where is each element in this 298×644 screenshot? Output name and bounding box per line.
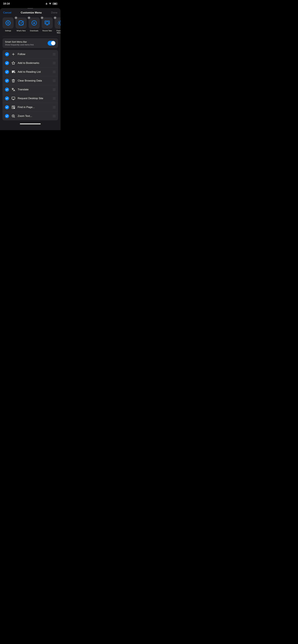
- header: Cancel Customize Menu Done: [0, 9, 61, 16]
- home-indicator: [20, 124, 41, 124]
- translate-icon: [11, 88, 16, 92]
- icon-wrapper-password-manager: [55, 17, 61, 28]
- recent-tabs-icon: [44, 20, 50, 26]
- remove-badge-whats-new[interactable]: [14, 16, 18, 20]
- status-time: 10:14: [3, 2, 10, 5]
- downloads-icon-box: [29, 17, 40, 28]
- check-bookmarks[interactable]: [5, 61, 9, 65]
- drag-handle-find-in-page[interactable]: [53, 106, 56, 108]
- zoom-text-label: Zoom Text...: [18, 114, 51, 118]
- check-icon-translate: [6, 88, 8, 91]
- check-find-in-page[interactable]: [5, 105, 9, 109]
- icon-item-downloads[interactable]: Downloads: [29, 17, 40, 34]
- drag-handle-bookmarks[interactable]: [53, 62, 56, 64]
- svg-rect-18: [12, 97, 15, 99]
- whats-new-icon: [18, 20, 24, 26]
- icon-item-settings[interactable]: Settings: [3, 17, 14, 34]
- reading-list-label: Add to Reading List: [18, 70, 51, 74]
- menu-item-request-desktop-site[interactable]: Request Desktop Site: [3, 94, 58, 103]
- icon-item-whats-new[interactable]: What's New: [16, 17, 27, 34]
- reading-list-icon: [11, 70, 16, 74]
- zoom-text-icon: [11, 114, 16, 118]
- find-in-page-icon: [11, 105, 16, 110]
- svg-rect-6: [46, 22, 49, 24]
- password-manager-label: Password Manager: [55, 30, 61, 34]
- svg-line-27: [14, 117, 15, 118]
- check-translate[interactable]: [5, 88, 9, 92]
- battery-icon: 38: [52, 2, 57, 5]
- translate-svg: [12, 88, 15, 92]
- reading-list-svg: [12, 70, 15, 74]
- icon-item-password-manager[interactable]: Password Manager: [55, 17, 61, 34]
- zoom-text-svg: [12, 114, 15, 118]
- check-icon-clear-browsing: [6, 80, 8, 82]
- svg-marker-12: [12, 62, 15, 64]
- check-clear-browsing[interactable]: [5, 79, 9, 83]
- svg-point-2: [19, 20, 24, 25]
- clear-browsing-label: Clear Browsing Data: [18, 79, 51, 82]
- smart-sort-text: Smart Sort Menu Bar Show frequently used…: [5, 40, 34, 46]
- icon-wrapper-recent-tabs: [42, 17, 53, 28]
- svg-rect-13: [12, 71, 15, 71]
- svg-point-0: [50, 4, 50, 4]
- bookmarks-label: Add to Bookmarks: [18, 62, 51, 64]
- menu-item-add-to-bookmarks[interactable]: Add to Bookmarks: [3, 58, 58, 68]
- find-in-page-svg: [12, 105, 15, 109]
- drag-handle-reading-list[interactable]: [53, 71, 56, 73]
- cancel-button[interactable]: Cancel: [3, 11, 11, 14]
- customize-menu-sheet: Cancel Customize Menu Done Settings: [0, 8, 61, 130]
- smart-sort-section: Smart Sort Menu Bar Show frequently used…: [3, 38, 58, 48]
- menu-item-add-to-reading-list[interactable]: Add to Reading List: [3, 68, 58, 76]
- svg-rect-14: [12, 72, 14, 72]
- menu-item-translate[interactable]: Translate: [3, 85, 58, 94]
- smart-sort-title: Smart Sort Menu Bar: [5, 40, 34, 43]
- desktop-site-icon: [11, 96, 16, 100]
- translate-label: Translate: [18, 88, 51, 91]
- status-bar: 10:14 38: [0, 0, 61, 6]
- check-icon-bookmarks: [6, 62, 8, 64]
- menu-items-list: Follow Add to Bookmarks: [3, 50, 58, 120]
- drag-handle-follow[interactable]: [53, 53, 56, 55]
- find-in-page-label: Find in Page...: [18, 106, 51, 109]
- icon-item-recent-tabs[interactable]: Recent Tabs: [42, 17, 53, 34]
- icon-wrapper-downloads: [29, 17, 40, 28]
- svg-point-1: [8, 22, 9, 24]
- menu-item-follow[interactable]: Follow: [3, 50, 58, 58]
- done-button[interactable]: Done: [51, 11, 57, 14]
- remove-badge-recent-tabs[interactable]: [40, 16, 44, 20]
- remove-badge-downloads[interactable]: [27, 16, 31, 20]
- menu-item-zoom-text[interactable]: Zoom Text...: [3, 112, 58, 120]
- drag-handle-clear-browsing[interactable]: [53, 80, 56, 82]
- check-zoom-text[interactable]: [5, 114, 9, 118]
- svg-rect-15: [12, 72, 13, 73]
- smart-sort-toggle[interactable]: [48, 41, 56, 46]
- check-icon-desktop-site: [6, 97, 8, 100]
- check-icon-follow: [6, 53, 8, 55]
- svg-point-9: [59, 22, 61, 24]
- toggle-thumb: [51, 41, 55, 45]
- check-icon-zoom-text: [6, 115, 8, 117]
- remove-badge-password-manager[interactable]: [53, 16, 57, 20]
- smart-sort-subtitle: Show frequently used items first.: [5, 44, 34, 46]
- drag-handle-translate[interactable]: [53, 88, 56, 91]
- downloads-icon: [31, 20, 37, 26]
- menu-item-clear-browsing-data[interactable]: Clear Browsing Data: [3, 76, 58, 85]
- drag-handle-desktop-site[interactable]: [53, 97, 56, 100]
- icon-wrapper-settings: [3, 17, 14, 28]
- check-follow[interactable]: [5, 52, 9, 56]
- plus-icon: [12, 52, 15, 56]
- icon-wrapper-whats-new: [16, 17, 27, 28]
- check-reading-list[interactable]: [5, 70, 9, 74]
- check-icon-find-in-page: [6, 106, 8, 108]
- bookmarks-icon: [11, 61, 16, 65]
- whats-new-label: What's New: [17, 30, 26, 32]
- downloads-label: Downloads: [30, 30, 38, 32]
- menu-item-find-in-page[interactable]: Find in Page...: [3, 103, 58, 112]
- check-icon-reading-list: [6, 71, 8, 73]
- clear-browsing-icon: [11, 78, 16, 83]
- desktop-site-label: Request Desktop Site: [18, 97, 51, 100]
- settings-icon: [5, 20, 11, 26]
- settings-label: Settings: [5, 30, 11, 32]
- check-desktop-site[interactable]: [5, 96, 9, 100]
- drag-handle-zoom-text[interactable]: [53, 115, 56, 117]
